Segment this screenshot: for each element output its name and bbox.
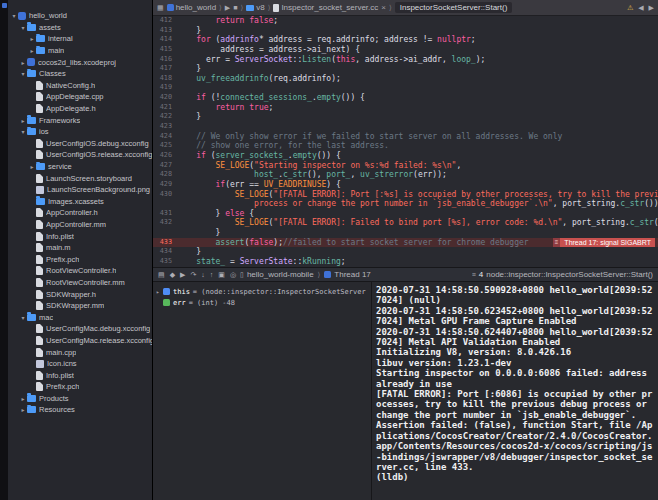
chevron-right-icon[interactable]: ▸ (28, 163, 36, 170)
step-over-icon[interactable]: ↷ (190, 271, 196, 279)
line-number[interactable]: 433 (153, 238, 177, 248)
breadcrumb-inspectorsocketserver-start[interactable]: InspectorSocketServer::Start() (395, 2, 513, 13)
line-number[interactable]: 432 (153, 218, 177, 228)
tree-item-assets[interactable]: ▾assets (8, 22, 152, 34)
chevron-right-icon[interactable]: ▸ (19, 395, 27, 402)
line-number[interactable]: 422 (153, 112, 177, 122)
chevron-right-icon[interactable]: ▸ (19, 117, 27, 124)
chevron-down-icon[interactable]: ▾ (19, 70, 27, 77)
line-number[interactable]: 435 (153, 257, 177, 267)
chevron-right-icon[interactable]: ▸ (28, 47, 36, 54)
code-line[interactable]: process or change the port number in `js… (153, 199, 658, 209)
process-chip[interactable]: ▯ hello_world-mobile (240, 270, 314, 279)
breadcrumb-hello-world[interactable]: hello_world (167, 3, 216, 12)
line-number[interactable]: 424 (153, 132, 177, 142)
line-number[interactable]: 427 (153, 161, 177, 171)
line-number[interactable]: 416 (153, 55, 177, 65)
tree-item-frameworks[interactable]: ▸Frameworks (8, 114, 152, 126)
variable-row-err[interactable]: err = (int) -48 (156, 297, 368, 308)
related-items-icon[interactable]: ▦ (157, 4, 164, 12)
line-number[interactable]: 415 (153, 45, 177, 55)
stop-icon[interactable]: ■ (233, 4, 237, 11)
tree-item-cocos2d-libs-xcodeproj[interactable]: ▸cocos2d_libs.xcodeproj (8, 56, 152, 68)
continue-icon[interactable]: ▶ (180, 271, 185, 279)
tree-item-service[interactable]: ▸service (8, 161, 152, 173)
tree-item-appdelegate-h[interactable]: AppDelegate.h (8, 103, 152, 115)
chevron-right-icon[interactable]: ▸ (19, 59, 27, 66)
tree-item-sdkwrapper-mm[interactable]: SDKWrapper.mm (8, 300, 152, 312)
tree-item-nativeconfig-h[interactable]: NativeConfig.h (8, 80, 152, 92)
line-number[interactable]: 418 (153, 74, 177, 84)
tree-item-images-xcassets[interactable]: Images.xcassets (8, 196, 152, 208)
tree-item-internal[interactable]: ▸internal (8, 33, 152, 45)
tree-item-classes[interactable]: ▾Classes (8, 68, 152, 80)
code-line[interactable]: 433 assert(false);//failed to start sock… (153, 238, 658, 248)
line-number[interactable]: 429 (153, 180, 177, 190)
line-number[interactable]: 412 (153, 16, 177, 26)
line-number[interactable]: 434 (153, 247, 177, 257)
tree-item-userconfigios-release-xcconfig[interactable]: UserConfigiOS.release.xcconfig (8, 149, 152, 161)
code-line[interactable]: 420 if (!connected_sessions_.empty()) { (153, 93, 658, 103)
code-editor[interactable]: 412 return false;413 }414 for (addrinfo*… (153, 16, 658, 267)
tree-item-userconfigios-debug-xcconfig[interactable]: UserConfigiOS.debug.xcconfig (8, 138, 152, 150)
tree-item-products[interactable]: ▸Products (8, 393, 152, 405)
step-out-icon[interactable]: ↑ (210, 271, 214, 278)
step-into-icon[interactable]: ↓ (201, 271, 205, 278)
line-number[interactable]: 426 (153, 151, 177, 161)
line-number[interactable]: 414 (153, 35, 177, 45)
code-line[interactable]: 415 address = address->ai_next) { (153, 45, 658, 55)
code-line[interactable]: 422 } (153, 112, 658, 122)
tree-item-icon-icns[interactable]: Icon.icns (8, 358, 152, 370)
close-icon[interactable]: × (381, 3, 386, 12)
tree-item-main-cpp[interactable]: main.cpp (8, 346, 152, 358)
line-number[interactable]: 419 (153, 83, 177, 93)
code-line[interactable]: 423 (153, 122, 658, 132)
tree-item-launchscreen-storyboard[interactable]: LaunchScreen.storyboard (8, 172, 152, 184)
tree-item-rootviewcontroller-h[interactable]: RootViewController.h (8, 265, 152, 277)
breadcrumb-inspector-socket-server-cc[interactable]: Inspector_socket_server.cc× (273, 3, 386, 12)
tree-item-appdelegate-cpp[interactable]: AppDelegate.cpp (8, 91, 152, 103)
warning-icon[interactable]: ⚠ (627, 4, 633, 12)
thread-chip[interactable]: Thread 17 (324, 270, 370, 279)
variable-row-this[interactable]: ▸ this = (node::inspector::InspectorSock… (156, 286, 368, 297)
tree-item-appcontroller-h[interactable]: AppController.h (8, 207, 152, 219)
tree-item-mac[interactable]: ▾mac (8, 311, 152, 323)
line-number[interactable]: 420 (153, 93, 177, 103)
tree-item-main[interactable]: ▸main (8, 45, 152, 57)
back-icon[interactable]: ◀ (638, 4, 643, 12)
breakpoint-toggle-icon[interactable]: ◆ (170, 271, 175, 279)
code-line[interactable]: 428 host_.c_str(), port_, uv_strerror(er… (153, 170, 658, 180)
line-number[interactable]: 430 (153, 190, 177, 200)
simulate-location-icon[interactable]: ◎ (230, 271, 236, 279)
code-line[interactable]: 431 } else { (153, 209, 658, 219)
code-line[interactable]: 427 SE_LOGE("Starting inspector on %s:%d… (153, 161, 658, 171)
tree-item-sdkwrapper-h[interactable]: SDKWrapper.h (8, 288, 152, 300)
code-line[interactable]: 416 err = ServerSocket::Listen(this, add… (153, 55, 658, 65)
tree-item-info-plist[interactable]: Info.plist (8, 230, 152, 242)
chevron-right-icon[interactable]: ▸ (156, 288, 163, 295)
chevron-right-icon[interactable]: ▸ (19, 406, 27, 413)
view-memory-icon[interactable]: ▣ (218, 271, 225, 279)
code-line[interactable]: 430 SE_LOGE("[FATAL ERROR]: Port [:%s] i… (153, 190, 658, 200)
breadcrumb-v8[interactable]: v8 (246, 3, 264, 12)
tree-item-resources[interactable]: ▸Resources (8, 404, 152, 416)
line-number[interactable]: 428 (153, 170, 177, 180)
code-line[interactable]: 417 } (153, 64, 658, 74)
chevron-down-icon[interactable]: ▾ (10, 12, 18, 19)
line-number[interactable]: 417 (153, 64, 177, 74)
chevron-down-icon[interactable]: ▾ (19, 128, 27, 135)
tree-item-info-plist[interactable]: Info.plist (8, 369, 152, 381)
code-line[interactable]: 421 return true; (153, 103, 658, 113)
code-line[interactable]: } (153, 228, 658, 238)
code-line[interactable]: 424 // We only show error if we failed t… (153, 132, 658, 142)
thread-error-badge[interactable]: ≡Thread 17: signal SIGABRT (553, 238, 655, 248)
tree-item-prefix-pch[interactable]: Prefix.pch (8, 253, 152, 265)
stack-frame[interactable]: ≡ 4 node::inspector::InspectorSocketServ… (472, 270, 653, 279)
code-line[interactable]: 414 for (addrinfo* address = req.addrinf… (153, 35, 658, 45)
tree-item-userconfigmac-release-xcconfig[interactable]: UserConfigMac.release.xcconfig (8, 335, 152, 347)
code-line[interactable]: 432 SE_LOGE("[FATAL ERROR]: Failed to bi… (153, 218, 658, 228)
chevron-down-icon[interactable]: ▾ (19, 24, 27, 31)
tree-item-rootviewcontroller-mm[interactable]: RootViewController.mm (8, 277, 152, 289)
line-number[interactable]: 423 (153, 122, 177, 132)
line-number[interactable]: 425 (153, 141, 177, 151)
